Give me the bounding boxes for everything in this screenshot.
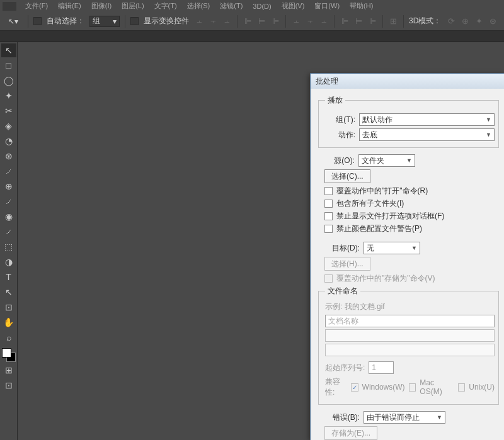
menu-help[interactable]: 帮助(H): [345, 1, 378, 11]
play-group: 播放 组(T): 默认动作▼ 动作: 去底▼: [318, 95, 499, 148]
align-top-icon[interactable]: ⫠: [194, 16, 204, 26]
source-choose-button[interactable]: 选择(C)...: [324, 169, 370, 183]
3d-orbit-icon[interactable]: ⟳: [446, 16, 456, 26]
chevron-down-icon: ▼: [486, 116, 491, 123]
hand-tool[interactable]: ✋: [1, 315, 16, 329]
play-legend: 播放: [325, 95, 345, 106]
menu-layer[interactable]: 图层(L): [117, 1, 149, 11]
override-save-checkbox: [324, 274, 333, 283]
path-select-tool[interactable]: ↖: [1, 285, 16, 299]
align-icons-2: ⊫ ⊨ ⊫: [243, 16, 280, 26]
error-combo[interactable]: 由于错误而停止▼: [364, 411, 445, 424]
dialog-title[interactable]: 批处理: [311, 74, 504, 89]
menu-bar: 文件(F) 编辑(E) 图像(I) 图层(L) 文字(T) 选择(S) 滤镜(T…: [0, 0, 504, 12]
dialog-body: 播放 组(T): 默认动作▼ 动作: 去底▼ 源(O): 文件夹▼ 选择(C).…: [311, 89, 504, 440]
auto-select-combo[interactable]: 组▾: [89, 16, 120, 27]
eraser-tool[interactable]: ⟋: [1, 195, 16, 208]
divider: [285, 15, 286, 28]
3d-icons: ⟳ ⊕ ✦ ⊛: [446, 16, 498, 26]
history-brush-tool[interactable]: ⊕: [1, 179, 16, 193]
divider: [125, 15, 125, 28]
chevron-down-icon: ▼: [406, 157, 412, 164]
include-subfolders-checkbox[interactable]: [324, 200, 333, 208]
suppress-open-checkbox[interactable]: [324, 212, 333, 220]
align-hcenter-icon[interactable]: ⊨: [256, 16, 266, 26]
eyedropper-tool[interactable]: ◈: [1, 119, 16, 133]
suppress-open-label: 禁止显示文件打开选项对话框(F): [336, 211, 444, 222]
show-transform-checkbox[interactable]: [130, 17, 139, 25]
divider: [28, 15, 28, 28]
move-tool-indicator[interactable]: ↖▾: [4, 15, 23, 28]
auto-select-label: 自动选择：: [47, 16, 84, 26]
source-combo[interactable]: 文件夹▼: [358, 154, 415, 167]
shape-tool[interactable]: ⊡: [1, 300, 16, 314]
menu-select[interactable]: 选择(S): [182, 1, 215, 11]
magic-wand-tool[interactable]: ✦: [1, 89, 16, 103]
override-open-checkbox[interactable]: [324, 187, 333, 195]
app-logo: [3, 2, 16, 11]
menu-view[interactable]: 视图(V): [277, 1, 310, 11]
compat-unix-label: Unix(U): [469, 383, 495, 392]
target-label: 目标(D):: [324, 243, 360, 254]
gradient-tool[interactable]: ◉: [1, 210, 16, 223]
align-right-icon[interactable]: ⊫: [270, 16, 280, 26]
menu-window[interactable]: 窗口(W): [309, 1, 345, 11]
color-swatch[interactable]: [2, 348, 16, 362]
menu-image[interactable]: 图像(I): [86, 1, 117, 11]
healing-tool[interactable]: ◔: [1, 134, 16, 148]
screen-mode-tool[interactable]: ⊡: [1, 378, 16, 392]
brush-tool[interactable]: ⊛: [1, 149, 16, 163]
align-left-icon[interactable]: ⊫: [243, 16, 253, 26]
divider: [334, 15, 335, 28]
dist-hcenter-icon[interactable]: ⊨: [353, 16, 364, 26]
tools-panel: ↖ □ ◯ ✦ ✂ ◈ ◔ ⊛ ⟋ ⊕ ⟋ ◉ ⟋ ⬚ ◑ T ↖ ⊡ ✋ ⌕ …: [0, 42, 18, 440]
lasso-tool[interactable]: ◯: [1, 74, 16, 87]
move-tool[interactable]: ↖: [1, 43, 16, 57]
batch-dialog: 批处理 播放 组(T): 默认动作▼ 动作: 去底▼ 源(O): 文件夹▼ 选择…: [310, 73, 504, 440]
dist-top-icon[interactable]: ⫠: [291, 16, 301, 26]
auto-select-checkbox[interactable]: [33, 17, 42, 25]
set-label: 组(T):: [325, 115, 355, 125]
crop-tool[interactable]: ✂: [1, 104, 16, 118]
target-choose-button: 选择(H)...: [324, 257, 370, 271]
action-combo[interactable]: 去底▼: [359, 128, 495, 141]
target-combo[interactable]: 无▼: [364, 242, 420, 254]
type-tool[interactable]: T: [1, 270, 16, 284]
stamp-tool[interactable]: ⟋: [1, 164, 16, 178]
dist-left-icon[interactable]: ⊫: [340, 16, 350, 26]
3d-slide-icon[interactable]: ✦: [474, 16, 484, 26]
menu-3d[interactable]: 3D(D): [248, 3, 276, 10]
foreground-color[interactable]: [2, 348, 11, 358]
menu-edit[interactable]: 编辑(E): [53, 1, 86, 11]
blur-tool[interactable]: ⟋: [1, 225, 16, 239]
pen-tool[interactable]: ◑: [1, 255, 16, 269]
example-label: 示例: 我的文档.gif: [325, 302, 495, 312]
dist-right-icon[interactable]: ⊫: [367, 16, 377, 26]
chevron-down-icon: ▼: [411, 245, 417, 251]
dodge-tool[interactable]: ⬚: [1, 240, 16, 254]
start-serial-label: 起始序列号:: [325, 363, 365, 373]
rect-marquee-tool[interactable]: □: [1, 59, 16, 72]
dist-vcenter-icon[interactable]: ⫟: [305, 16, 315, 26]
3d-scale-icon[interactable]: ⊛: [488, 16, 498, 26]
distribute-icons: ⫠ ⫟ ⫠: [291, 16, 329, 26]
menu-file[interactable]: 文件(F): [20, 1, 53, 11]
quick-mask-tool[interactable]: ⊞: [1, 363, 16, 377]
auto-align-icon[interactable]: ⊞: [388, 16, 398, 26]
divider: [382, 15, 383, 28]
chevron-down-icon: ▼: [486, 132, 491, 138]
suppress-color-label: 禁止颜色配置文件警告(P): [336, 223, 422, 234]
compat-windows-label: Windows(W): [362, 383, 405, 392]
dist-bottom-icon[interactable]: ⫠: [319, 16, 329, 26]
divider: [403, 15, 404, 28]
compat-unix-checkbox: [458, 383, 466, 392]
3d-pan-icon[interactable]: ⊕: [460, 16, 470, 26]
set-combo[interactable]: 默认动作▼: [359, 113, 495, 126]
align-vcenter-icon[interactable]: ⫟: [208, 16, 218, 26]
menu-filter[interactable]: 滤镜(T): [215, 1, 248, 11]
zoom-tool[interactable]: ⌕: [1, 330, 16, 344]
divider: [237, 15, 238, 28]
suppress-color-checkbox[interactable]: [324, 225, 333, 233]
align-bottom-icon[interactable]: ⫠: [222, 16, 232, 26]
menu-type[interactable]: 文字(T): [149, 1, 182, 11]
